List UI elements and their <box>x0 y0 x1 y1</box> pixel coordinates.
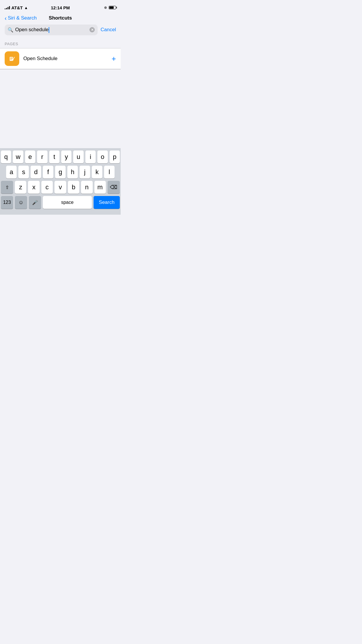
search-container: 🔍 Open schedule ✕ Cancel <box>0 24 121 39</box>
key-b[interactable]: b <box>68 181 79 194</box>
svg-rect-2 <box>10 57 13 58</box>
page-title: Shortcuts <box>42 15 79 21</box>
search-key[interactable]: Search <box>94 196 120 209</box>
key-f[interactable]: f <box>43 166 53 178</box>
add-shortcut-button[interactable]: + <box>112 55 116 62</box>
nav-bar: ‹ Siri & Search Shortcuts <box>0 13 121 24</box>
key-i[interactable]: i <box>85 150 96 163</box>
key-l[interactable]: l <box>104 166 115 178</box>
key-q[interactable]: q <box>1 150 11 163</box>
search-icon: 🔍 <box>8 27 13 33</box>
key-e[interactable]: e <box>25 150 35 163</box>
svg-rect-1 <box>10 57 13 61</box>
svg-point-6 <box>13 60 14 60</box>
keyboard-row-2: a s d f g h j k l <box>1 166 120 178</box>
section-label: PAGES <box>5 42 18 46</box>
keyboard-row-1: q w e r t y u i o p <box>1 150 120 163</box>
search-clear-button[interactable]: ✕ <box>89 27 95 32</box>
key-n[interactable]: n <box>81 181 92 194</box>
signal-bars <box>5 6 10 9</box>
back-chevron-icon: ‹ <box>5 15 7 21</box>
key-y[interactable]: y <box>61 150 71 163</box>
emoji-key[interactable]: ☺ <box>15 196 27 209</box>
search-bar: 🔍 Open schedule ✕ <box>5 24 98 35</box>
key-u[interactable]: u <box>73 150 83 163</box>
search-input[interactable]: Open schedule <box>15 27 88 33</box>
key-m[interactable]: m <box>94 181 106 194</box>
key-d[interactable]: d <box>31 166 41 178</box>
battery-indicator <box>109 6 116 9</box>
shift-key[interactable]: ⇧ <box>1 181 13 194</box>
numbers-key[interactable]: 123 <box>1 196 13 209</box>
status-time: 12:14 PM <box>51 5 70 10</box>
key-c[interactable]: c <box>41 181 53 194</box>
cancel-button[interactable]: Cancel <box>101 27 116 33</box>
keyboard-row-4: 123 ☺ 🎤 space Search <box>1 196 120 209</box>
status-left: AT&T ▲ <box>5 5 28 10</box>
result-row: Open Schedule + <box>0 48 121 69</box>
screen-record-icon: ⊕ <box>104 6 107 10</box>
search-text: Open schedule <box>15 27 48 32</box>
keyboard-row-3: ⇧ z x c v b n m ⌫ <box>1 181 120 194</box>
back-label: Siri & Search <box>8 15 37 21</box>
result-title: Open Schedule <box>23 56 108 62</box>
key-w[interactable]: w <box>13 150 23 163</box>
space-key[interactable]: space <box>43 196 92 209</box>
pages-app-icon <box>5 51 19 66</box>
key-a[interactable]: a <box>6 166 17 178</box>
status-bar: AT&T ▲ 12:14 PM ⊕ <box>0 0 121 13</box>
delete-key[interactable]: ⌫ <box>108 181 120 194</box>
key-z[interactable]: z <box>15 181 26 194</box>
key-j[interactable]: j <box>80 166 90 178</box>
key-v[interactable]: v <box>55 181 66 194</box>
pages-pencil-icon <box>8 55 16 62</box>
status-right: ⊕ <box>104 6 116 10</box>
key-o[interactable]: o <box>97 150 108 163</box>
svg-rect-4 <box>10 59 12 59</box>
key-x[interactable]: x <box>28 181 39 194</box>
key-p[interactable]: p <box>110 150 120 163</box>
key-r[interactable]: r <box>37 150 47 163</box>
key-t[interactable]: t <box>49 150 59 163</box>
key-s[interactable]: s <box>18 166 29 178</box>
key-g[interactable]: g <box>55 166 66 178</box>
microphone-key[interactable]: 🎤 <box>29 196 41 209</box>
section-header-pages: PAGES <box>0 39 121 48</box>
keyboard: q w e r t y u i o p a s d f g h j k l ⇧ … <box>0 148 121 215</box>
back-button[interactable]: ‹ Siri & Search <box>5 15 42 21</box>
carrier-label: AT&T <box>11 5 23 10</box>
svg-rect-3 <box>10 58 13 59</box>
wifi-icon: ▲ <box>24 6 28 10</box>
key-h[interactable]: h <box>67 166 78 178</box>
key-k[interactable]: k <box>92 166 102 178</box>
